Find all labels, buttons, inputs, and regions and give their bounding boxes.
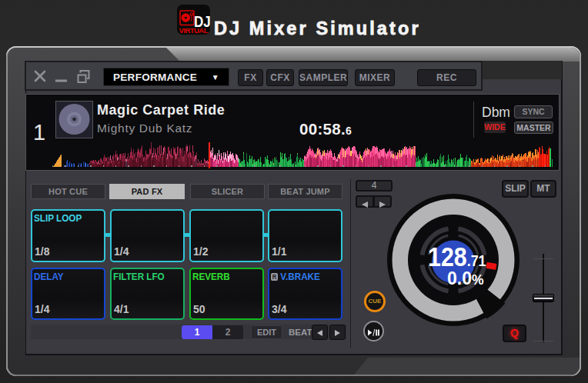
svg-text:VIRTUAL: VIRTUAL [179, 26, 209, 35]
